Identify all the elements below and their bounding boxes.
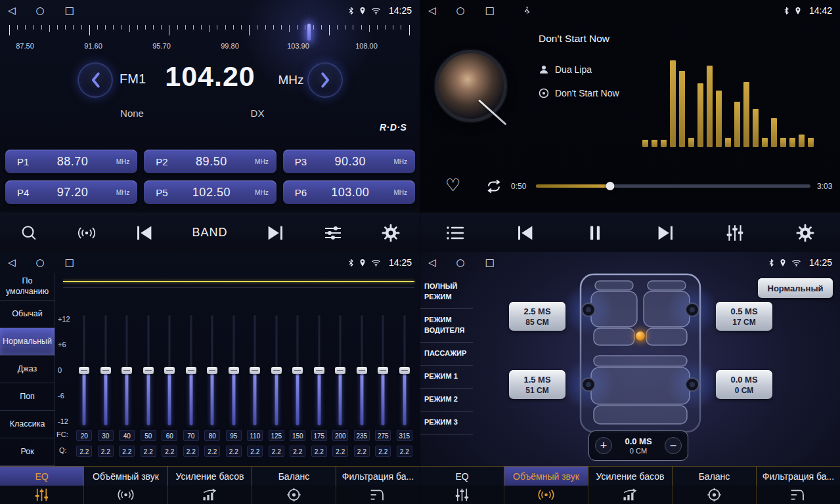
nav-recents-icon[interactable]: □ (485, 6, 495, 16)
preset-button-p5[interactable]: P5102.50MHz (144, 180, 276, 204)
slider-handle[interactable] (186, 367, 196, 374)
tab-balance[interactable]: Баланс (252, 467, 336, 486)
broadcast-button[interactable] (77, 224, 97, 242)
tune-up-button[interactable] (307, 62, 343, 98)
preset-button-p6[interactable]: P6103.00MHz (283, 180, 415, 204)
listening-position-dot[interactable] (636, 331, 645, 341)
equalizer-button[interactable] (725, 224, 745, 242)
nav-back-icon[interactable]: ◁ (8, 258, 16, 268)
eq-preset-item[interactable]: Джаз (0, 356, 55, 383)
slider-handle[interactable] (314, 367, 324, 374)
eq-band-slider[interactable] (249, 315, 261, 425)
filter-icon[interactable] (336, 486, 420, 504)
nav-home-icon[interactable]: ○ (456, 258, 465, 268)
eq-preset-item[interactable]: Поп (0, 383, 55, 411)
progress-handle[interactable] (606, 182, 614, 190)
favorite-button[interactable]: ♡ (445, 176, 460, 195)
eq-band-slider[interactable] (334, 315, 346, 425)
progress-bar[interactable] (536, 184, 810, 188)
eq-band-slider[interactable] (121, 315, 133, 425)
nav-recents-icon[interactable]: □ (65, 258, 74, 268)
eq-band-slider[interactable] (206, 315, 218, 425)
band-button[interactable]: BAND (192, 226, 227, 240)
eq-band-slider[interactable] (313, 315, 325, 425)
mode-item[interactable]: РЕЖИМ ВОДИТЕЛЯ (420, 309, 473, 343)
eq-preset-item[interactable]: Рок (0, 438, 55, 466)
delay-rear-right-button[interactable]: 0.0 MS 0 CM (716, 370, 772, 399)
bass-boost-icon[interactable] (588, 486, 673, 504)
filter-icon[interactable] (757, 486, 840, 504)
mode-item[interactable]: РЕЖИМ 1 (420, 366, 473, 388)
mode-item[interactable]: ПОЛНЫЙ РЕЖИМ (420, 276, 473, 309)
tab-bass-boost[interactable]: Усиление басов (588, 467, 673, 486)
tab-surround[interactable]: Объёмный звук (84, 467, 168, 486)
eq-band-slider[interactable] (78, 315, 90, 425)
previous-track-button[interactable] (516, 224, 535, 242)
increase-delay-button[interactable]: + (595, 437, 612, 454)
balance-icon[interactable] (252, 486, 336, 504)
next-station-button[interactable] (265, 224, 285, 242)
settings-button[interactable] (381, 224, 401, 242)
eq-band-slider[interactable] (377, 315, 389, 425)
nav-back-icon[interactable]: ◁ (428, 6, 436, 16)
slider-handle[interactable] (378, 367, 388, 374)
delay-front-left-button[interactable]: 2.5 MS 85 CM (509, 302, 565, 331)
tab-eq[interactable]: EQ (0, 467, 84, 486)
eq-sliders-icon[interactable] (420, 486, 504, 504)
nav-home-icon[interactable]: ○ (36, 258, 45, 268)
tab-filter[interactable]: Фильтрация ба... (757, 467, 840, 486)
eq-band-slider[interactable] (143, 315, 154, 425)
pause-button[interactable] (585, 224, 605, 242)
playlist-button[interactable] (445, 224, 465, 242)
nav-recents-icon[interactable]: □ (65, 6, 74, 16)
slider-handle[interactable] (164, 367, 175, 374)
balance-icon[interactable] (673, 486, 757, 504)
nav-back-icon[interactable]: ◁ (428, 258, 436, 268)
eq-band-slider[interactable] (185, 315, 197, 425)
nav-home-icon[interactable]: ○ (456, 6, 465, 16)
settings-button[interactable] (795, 224, 815, 242)
repeat-button[interactable] (485, 179, 503, 194)
tab-filter[interactable]: Фильтрация ба... (336, 467, 420, 486)
slider-handle[interactable] (229, 367, 239, 374)
surround-sound-icon[interactable] (504, 486, 588, 504)
next-track-button[interactable] (655, 224, 675, 242)
slider-handle[interactable] (271, 367, 282, 374)
frequency-ruler[interactable]: 87.5091.6095.7099.80103.90108.00 (0, 24, 420, 54)
eq-band-slider[interactable] (292, 315, 303, 425)
slider-handle[interactable] (79, 367, 89, 374)
slider-handle[interactable] (100, 367, 111, 374)
slider-handle[interactable] (335, 367, 345, 374)
delay-front-right-button[interactable]: 0.5 MS 17 CM (716, 302, 772, 331)
preset-button-p1[interactable]: P188.70MHz (5, 150, 137, 173)
preset-button-p2[interactable]: P289.50MHz (144, 150, 276, 173)
eq-band-slider[interactable] (399, 315, 410, 425)
eq-preset-item[interactable]: Нормальный (0, 328, 55, 356)
tab-bass-boost[interactable]: Усиление басов (168, 467, 252, 486)
preset-button-p4[interactable]: P497.20MHz (5, 180, 137, 204)
eq-preset-item[interactable]: По умолчанию (0, 273, 55, 301)
slider-handle[interactable] (357, 367, 367, 374)
slider-handle[interactable] (250, 367, 260, 374)
eq-band-slider[interactable] (100, 315, 112, 425)
decrease-delay-button[interactable]: − (665, 437, 682, 454)
search-button[interactable] (19, 224, 39, 242)
mode-item[interactable]: ПАССАЖИР (420, 343, 473, 366)
eq-band-slider[interactable] (164, 315, 175, 425)
surround-sound-icon[interactable] (84, 486, 168, 504)
tab-balance[interactable]: Баланс (673, 467, 757, 486)
mode-item[interactable]: РЕЖИМ 3 (420, 411, 473, 434)
bass-boost-icon[interactable] (168, 486, 252, 504)
eq-preset-item[interactable]: Обычай (0, 301, 55, 328)
mode-item[interactable]: РЕЖИМ 2 (420, 388, 473, 411)
eq-band-slider[interactable] (356, 315, 368, 425)
nav-recents-icon[interactable]: □ (485, 258, 495, 268)
delay-rear-left-button[interactable]: 1.5 MS 51 CM (509, 370, 565, 399)
surround-preset-button[interactable]: Нормальный (758, 278, 833, 298)
tab-eq[interactable]: EQ (420, 467, 504, 486)
eq-preset-item[interactable]: Классика (0, 411, 55, 438)
slider-handle[interactable] (399, 367, 410, 374)
eq-sliders-icon[interactable] (0, 486, 84, 504)
nav-home-icon[interactable]: ○ (36, 6, 45, 16)
eq-band-slider[interactable] (271, 315, 282, 425)
